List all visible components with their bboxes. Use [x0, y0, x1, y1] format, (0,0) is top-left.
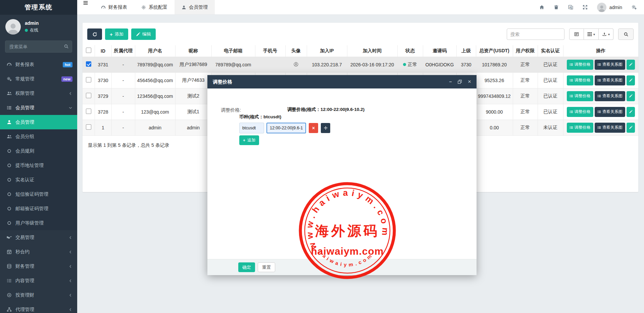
search-icon: [64, 44, 69, 49]
tab-system-config[interactable]: 系统配置: [134, 0, 175, 14]
view-relation-button[interactable]: 查看关系图: [595, 60, 625, 70]
hot-badge: hot: [63, 62, 72, 67]
sidebar-item-general-management[interactable]: 常规管理new: [0, 72, 77, 86]
sidebar-item-member-management[interactable]: 会员管理: [0, 101, 77, 115]
cell-ip: 103.220.218.7: [307, 57, 347, 72]
edit-row-button[interactable]: [627, 91, 635, 101]
cell-agent: -: [111, 88, 135, 104]
column-header: ID: [95, 45, 111, 57]
chevron-left-icon: [68, 236, 72, 240]
edit-row-button[interactable]: [627, 107, 635, 117]
row-checkbox[interactable]: [86, 124, 91, 130]
sidebar-item-agent-management[interactable]: 代理管理: [0, 302, 77, 313]
nav-tabs: 财务报表系统配置会员管理: [94, 0, 215, 14]
chevron-left-icon: [68, 308, 72, 312]
sidebar-item-content-management[interactable]: 内容管理: [0, 273, 77, 288]
circle-icon: [7, 192, 12, 197]
sidebar-item-member-group[interactable]: 会员分组: [0, 129, 77, 144]
sidebar-item-user-level-management[interactable]: 用户等级管理: [0, 216, 77, 230]
sidebar-item-withdraw-address-management[interactable]: 提币地址管理: [0, 158, 77, 173]
adjust-price-field-label: 调整价格:: [221, 107, 241, 113]
view-relation-button[interactable]: 查看关系图: [595, 75, 625, 85]
chevron-down-icon: [68, 106, 72, 110]
sidebar-username: admin: [25, 20, 39, 26]
table-search-input[interactable]: [507, 28, 564, 40]
sidebar-item-trade-management[interactable]: 交易管理: [0, 230, 77, 245]
settings-gears-icon[interactable]: [632, 5, 637, 10]
edit-row-button[interactable]: [627, 75, 635, 85]
app-title: 管理系统: [0, 0, 77, 15]
cell-invite-code: O0HGIDOKG: [423, 57, 456, 72]
fullscreen-icon[interactable]: [583, 5, 588, 10]
refresh-button[interactable]: [87, 28, 102, 40]
menu-search-input[interactable]: [5, 41, 72, 53]
trash-icon[interactable]: [554, 5, 559, 10]
pencil-icon: [629, 78, 633, 82]
home-icon[interactable]: [539, 5, 544, 10]
search-button[interactable]: [618, 28, 634, 40]
edit-row-button[interactable]: [627, 123, 635, 133]
adjust-price-button[interactable]: 调整价格: [567, 107, 593, 117]
hamburger-icon[interactable]: [77, 0, 94, 6]
sidebar-item-real-name-auth[interactable]: 实名认证: [0, 173, 77, 187]
view-relation-button[interactable]: 查看关系图: [595, 123, 625, 133]
sidebar-item-email-code-management[interactable]: 邮箱验证码管理: [0, 201, 77, 216]
cell-assets: 9997434809.12: [476, 88, 513, 104]
topbar-user-menu[interactable]: admin: [597, 3, 622, 12]
sidebar-item-member-management-sub[interactable]: 会员管理: [0, 115, 77, 129]
row-checkbox[interactable]: [86, 93, 91, 98]
export-button[interactable]: ▾: [599, 28, 613, 40]
view-relation-button[interactable]: 查看关系图: [595, 107, 625, 117]
translate-icon[interactable]: A: [568, 5, 573, 10]
columns-button[interactable]: ▾: [584, 28, 599, 40]
sidebar-item-investment[interactable]: 投资理财: [0, 288, 77, 302]
sidebar-item-finance-management[interactable]: 财务管理: [0, 259, 77, 273]
sidebar-item-member-rules[interactable]: 会员规则: [0, 144, 77, 158]
view-relation-button[interactable]: 查看关系图: [595, 91, 625, 101]
tab-member-management[interactable]: 会员管理: [175, 0, 215, 14]
confirm-button[interactable]: 确定: [238, 262, 255, 272]
adjust-price-button[interactable]: 调整价格: [567, 60, 593, 70]
bars-sm-icon: [597, 110, 601, 114]
cell-avatar: [285, 57, 307, 72]
cell-username: 456456@qq.com: [135, 72, 175, 88]
restore-icon[interactable]: [457, 79, 462, 84]
cell-actions: 调整价格查看关系图: [563, 104, 638, 120]
move-row-button[interactable]: [321, 123, 330, 133]
column-header: 上级: [456, 45, 476, 57]
adjust-price-button[interactable]: 调整价格: [567, 75, 593, 85]
sidebar-item-permission-management[interactable]: 权限管理: [0, 86, 77, 101]
circle-icon: [7, 177, 12, 182]
reset-button[interactable]: 重置: [258, 262, 275, 272]
svg-text:A: A: [569, 6, 571, 9]
row-checkbox[interactable]: [86, 109, 91, 114]
topbar: 财务报表系统配置会员管理 A admin: [77, 0, 644, 15]
adjust-price-button[interactable]: 调整价格: [567, 123, 593, 133]
sidebar-item-finance-report[interactable]: 财务报表hot: [0, 57, 77, 72]
delete-row-button[interactable]: ×: [309, 123, 318, 133]
minimize-icon[interactable]: −: [449, 79, 452, 84]
price-input[interactable]: [266, 123, 306, 133]
tab-finance-report[interactable]: 财务报表: [94, 0, 134, 14]
sidebar-item-second-contract[interactable]: 秒合约: [0, 245, 77, 259]
add-button[interactable]: +添加: [105, 28, 128, 40]
bars-sm-icon: [569, 78, 573, 82]
modal-header[interactable]: 调整价格 − ×: [207, 75, 477, 88]
edit-button[interactable]: 编辑: [131, 28, 156, 40]
detail-view-button[interactable]: [569, 28, 584, 40]
edit-row-button[interactable]: [627, 60, 635, 70]
row-checkbox[interactable]: [86, 77, 91, 82]
users-icon: [7, 91, 12, 96]
close-icon[interactable]: ×: [468, 78, 471, 85]
cell-assets: 0.00: [476, 120, 513, 135]
price-column-header: 调整价格(格式：12:00-22:00|9.6-10.2): [287, 106, 379, 113]
cell-status: 正常: [397, 57, 423, 72]
sidebar-item-sms-code-management[interactable]: 短信验证码管理: [0, 187, 77, 201]
coin-input[interactable]: [239, 123, 264, 133]
select-all-checkbox[interactable]: [86, 48, 91, 53]
pencil-icon: [629, 94, 633, 98]
calendar-icon: [7, 249, 12, 254]
append-button[interactable]: +追加: [239, 135, 259, 145]
adjust-price-button[interactable]: 调整价格: [567, 91, 593, 101]
row-checkbox[interactable]: [86, 61, 91, 67]
